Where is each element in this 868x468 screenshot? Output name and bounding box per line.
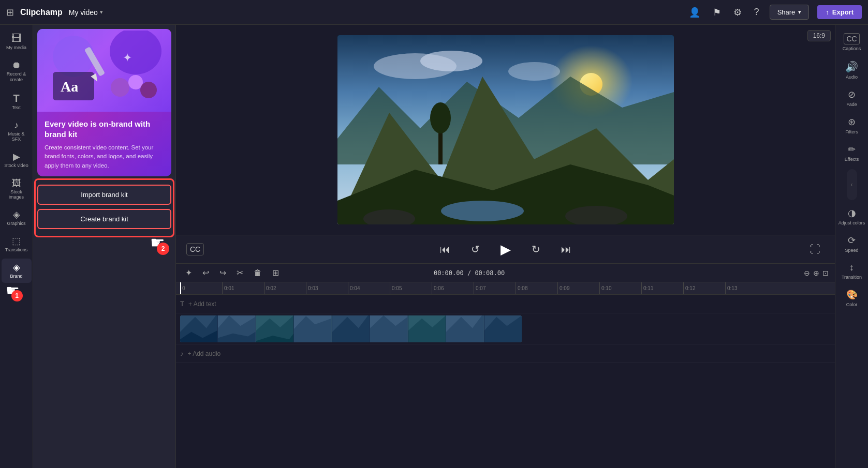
- right-item-captions[interactable]: CC Captions: [836, 29, 867, 55]
- color-icon: 🎨: [846, 289, 858, 300]
- flag-icon[interactable]: ⚑: [711, 5, 723, 20]
- share-button[interactable]: Share ▾: [770, 5, 810, 20]
- zoom-in-button[interactable]: ⊕: [813, 269, 819, 277]
- adjust-colors-icon: ◑: [848, 207, 856, 219]
- sidebar-item-my-media[interactable]: 🎞 My media: [2, 29, 32, 54]
- right-item-effects[interactable]: ✏ Effects: [836, 140, 867, 166]
- topbar: ⊞ Clipchamp My video ▾ 👤 ⚑ ⚙ ? Share ▾ ↑…: [0, 0, 868, 25]
- ruler-mark-7: 0:07: [474, 282, 516, 294]
- record-icon: ⏺: [12, 61, 21, 70]
- aspect-ratio-badge[interactable]: 16:9: [807, 30, 831, 41]
- sidebar-item-graphics[interactable]: ◈ Graphics: [2, 206, 32, 230]
- skip-back-button[interactable]: ⏮: [436, 241, 454, 258]
- text-icon: T: [13, 93, 19, 103]
- sidebar-item-transitions[interactable]: ⬚ Transitions: [2, 232, 32, 256]
- share-profile-icon[interactable]: 👤: [687, 5, 702, 20]
- add-audio-button[interactable]: + Add audio: [188, 350, 221, 357]
- right-item-label: Captions: [843, 46, 861, 51]
- right-item-label: Effects: [845, 157, 859, 162]
- video-controls: CC ⏮ ↺ ▶ ↻ ⏭ ⛶: [176, 235, 835, 264]
- create-brand-kit-button[interactable]: Create brand kit: [37, 209, 171, 229]
- right-item-filters[interactable]: ⊛ Filters: [836, 112, 867, 139]
- thumb-svg-3: [256, 315, 293, 342]
- thumb-svg: [180, 315, 217, 342]
- sidebar-item-music-sfx[interactable]: ♪ Music & SFX: [2, 116, 32, 146]
- import-brand-kit-button[interactable]: Import brand kit: [37, 185, 171, 205]
- ruler-marks: 0 0:01 0:02 0:03 0:04 0:05 0:06 0:07 0:0…: [180, 282, 767, 294]
- ruler-mark-4: 0:04: [348, 282, 390, 294]
- right-item-color[interactable]: 🎨 Color: [836, 285, 867, 311]
- ruler-mark-10: 0:10: [599, 282, 641, 294]
- sidebar-item-text[interactable]: T Text: [2, 89, 32, 114]
- ruler-mark-12: 0:12: [683, 282, 725, 294]
- brand-card: Aa ✦ Every video is on-brand with brand …: [37, 29, 171, 176]
- right-item-adjust-colors[interactable]: ◑ Adjust colors: [836, 203, 867, 230]
- center-area: 16:9: [176, 25, 835, 468]
- sidebar-item-stock-images[interactable]: 🖼 Stock images: [2, 174, 32, 204]
- sidebar-item-label: Record &create: [7, 71, 26, 83]
- export-button[interactable]: ↑ Export: [817, 5, 862, 19]
- sidebar-item-label: Brand: [10, 274, 22, 279]
- ruler-mark-1: 0:01: [222, 282, 264, 294]
- right-item-transition[interactable]: ↕ Transition: [836, 258, 867, 284]
- svg-point-1: [110, 31, 161, 74]
- sidebar-item-brand[interactable]: ◈ Brand ☛ 1: [2, 259, 32, 283]
- video-strip[interactable]: [180, 315, 522, 342]
- brand-card-svg: Aa ✦: [42, 31, 167, 111]
- svg-point-14: [420, 51, 482, 71]
- right-item-label: Audio: [846, 74, 858, 80]
- pointer-tool-button[interactable]: ✦: [182, 267, 195, 279]
- sidebar-item-label: Music & SFX: [4, 131, 30, 142]
- ruler-mark-5: 0:05: [390, 282, 432, 294]
- right-item-label: Speed: [845, 248, 858, 253]
- svg-point-23: [430, 102, 451, 133]
- undo-button[interactable]: ↩: [199, 267, 212, 279]
- settings-icon[interactable]: ⚙: [731, 5, 744, 20]
- thumb-svg-4: [294, 315, 331, 342]
- thumb-svg-6: [370, 315, 407, 342]
- forward-button[interactable]: ↻: [527, 241, 545, 258]
- ruler-mark-6: 0:06: [432, 282, 474, 294]
- svg-text:✦: ✦: [123, 51, 132, 64]
- stock-video-icon: ▶: [13, 152, 20, 161]
- app-name: Clipchamp: [20, 8, 63, 17]
- play-button[interactable]: ▶: [496, 239, 515, 260]
- transition-icon: ↕: [849, 262, 854, 273]
- skip-forward-button[interactable]: ⏭: [557, 241, 576, 258]
- right-item-audio[interactable]: 🔊 Audio: [836, 56, 867, 84]
- fit-button[interactable]: ⊡: [822, 269, 829, 277]
- add-text-button[interactable]: + Add text: [188, 300, 216, 308]
- ruler-mark-3: 0:03: [306, 282, 348, 294]
- right-item-speed[interactable]: ⟳ Speed: [836, 231, 867, 257]
- chevron-down-icon: ▾: [798, 9, 801, 16]
- right-item-label: Transition: [842, 275, 862, 280]
- sidebar-item-record-create[interactable]: ⏺ Record &create: [2, 56, 32, 87]
- right-item-fade[interactable]: ⊘ Fade: [836, 85, 867, 111]
- fade-icon: ⊘: [848, 89, 856, 100]
- step-2-badge: 2: [157, 243, 169, 255]
- ruler-mark-13: 0:13: [725, 282, 767, 294]
- captions-toggle-button[interactable]: CC: [186, 243, 204, 255]
- zoom-out-button[interactable]: ⊖: [804, 269, 810, 277]
- fullscreen-button[interactable]: ⛶: [806, 241, 825, 258]
- help-icon[interactable]: ?: [752, 5, 761, 20]
- thumb-svg-7: [408, 315, 446, 342]
- svg-point-15: [508, 62, 560, 81]
- svg-point-19: [441, 201, 524, 221]
- thumb-svg-5: [332, 315, 370, 342]
- svg-point-5: [128, 75, 143, 89]
- sidebar-collapse-button[interactable]: ‹: [847, 169, 857, 200]
- more-button[interactable]: ⊞: [269, 267, 282, 279]
- redo-button[interactable]: ↪: [216, 267, 229, 279]
- project-title[interactable]: My video ▾: [69, 8, 103, 17]
- brand-icon: ◈: [13, 263, 20, 272]
- grid-icon[interactable]: ⊞: [6, 7, 14, 18]
- cut-button[interactable]: ✂: [233, 267, 246, 279]
- rewind-button[interactable]: ↺: [467, 241, 484, 258]
- filters-icon: ⊛: [848, 116, 856, 128]
- left-sidebar: 🎞 My media ⏺ Record &create T Text ♪ Mus…: [0, 25, 33, 468]
- timeline-tracks: T + Add text: [176, 295, 835, 468]
- delete-button[interactable]: 🗑: [251, 267, 265, 279]
- sidebar-item-stock-video[interactable]: ▶ Stock video: [2, 148, 32, 172]
- right-item-label: Filters: [845, 129, 858, 134]
